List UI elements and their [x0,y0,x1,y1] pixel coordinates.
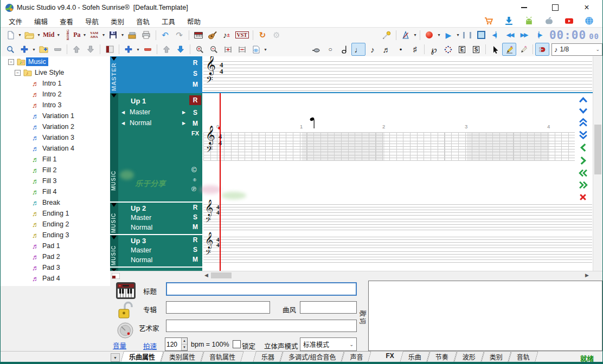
note-eighth-button[interactable]: ♪ [365,43,380,56]
open-korg-button[interactable]: KORGPa [61,29,82,42]
note-breve-button[interactable] [309,43,323,56]
remove-category-button[interactable] [50,43,65,56]
track-mode[interactable]: Normal [131,256,152,264]
title-input[interactable] [166,282,357,296]
note-whole-button[interactable]: ○ [323,43,337,56]
track-name[interactable]: Up 2 [131,204,146,212]
collapse-staff-button[interactable] [235,43,249,56]
tree-item[interactable]: ♬ Pad 1 [1,240,110,251]
new-file-dropdown[interactable]: ▾ [17,32,22,37]
track-up-button[interactable] [159,43,174,56]
print-button[interactable] [139,29,153,42]
track-name[interactable]: Up 3 [131,237,146,245]
note-half-button[interactable] [337,43,351,56]
tree-item[interactable]: ♬ Fill 3 [1,176,110,186]
album-input[interactable] [166,301,270,314]
stop-button[interactable] [474,29,489,42]
view-options-button[interactable] [249,43,263,56]
save-dropdown[interactable]: ▾ [120,32,125,37]
menu-item[interactable]: 音轨 [130,16,156,27]
zoom-in-button[interactable] [193,43,207,56]
volume-link[interactable]: 音量 [113,340,126,350]
tempo-down-button[interactable]: ▼ [182,344,187,351]
refresh-button[interactable]: ↻ [255,29,270,42]
next-track-header-partial[interactable] [110,266,202,271]
add-track-dropdown[interactable]: ▾ [136,47,140,52]
track-down-button[interactable] [174,43,188,56]
panel-layout-button[interactable] [102,43,117,56]
maximize-button[interactable] [540,0,571,15]
horizontal-scrollbar-thumb[interactable] [211,272,232,278]
open-midi-button[interactable]: Mid [41,29,56,42]
tree-item-live-style[interactable]: − ♪ Live Style [1,67,110,78]
pause-button[interactable] [460,29,474,42]
transpose-note-button[interactable]: ♪± [220,29,234,42]
expand-staff-button[interactable] [221,43,235,56]
tempo-spinner[interactable]: ▲▼ [165,337,188,351]
collapse-expander[interactable]: − [15,70,21,76]
vertical-scrollbar[interactable] [593,56,602,271]
bottom-tab[interactable]: 波形 [456,351,483,362]
close-button[interactable]: × [571,0,602,15]
add-category-dropdown[interactable]: ▾ [31,47,36,52]
tempo-input[interactable] [165,338,181,350]
export-audio-icon[interactable] [125,29,139,42]
page-right-icon[interactable] [579,181,588,189]
track-mode[interactable]: Normal [131,224,152,231]
bottom-tab[interactable]: 音轨属性 [202,351,242,362]
settings-gear-icon[interactable]: ⚙ [270,29,284,42]
up3-record-button[interactable]: R [189,236,201,244]
bottom-tab[interactable]: 乐器 [254,351,281,362]
accidental-sharp-button[interactable]: ♯ [408,43,422,56]
arpeggio-star-button[interactable] [441,43,455,56]
tree-item[interactable]: ♬ Pad 4 [1,273,110,284]
tree-item[interactable]: ♬ Break [1,197,110,208]
minimize-button[interactable] [508,0,540,15]
pencil-draw-button[interactable] [502,43,516,56]
master-record-button[interactable]: R [189,59,201,67]
unlock-icon[interactable] [118,301,134,321]
step-back-button[interactable]: ◀▏ [489,29,503,42]
microphone-button[interactable] [380,29,394,42]
bottom-tab[interactable]: 乐曲属性 [122,351,162,362]
tab-scroll-button[interactable]: ▼ [111,353,120,362]
guitar-button[interactable] [206,29,220,42]
zoom-out-button[interactable] [207,43,221,56]
track-source[interactable]: Master [131,214,151,222]
note-quarter-button[interactable]: ♩ [351,43,365,56]
vst-plugins-button[interactable]: VST [234,29,251,42]
track-name[interactable]: Up 1 [131,97,146,105]
note-dot-button[interactable]: • [394,43,408,56]
master-solo-button[interactable]: S [189,70,201,77]
tree-item[interactable]: ♬ Intro 1 [1,78,110,89]
master-score-canvas[interactable]: 𝄞 4 4 𝄢 [203,56,592,92]
select-cursor-button[interactable] [488,43,502,56]
bottom-tab[interactable]: 节奏 [428,351,456,362]
tempo-lock-checkbox[interactable] [233,340,241,348]
track-mini-icon[interactable] [112,273,120,279]
open-yamaha-button[interactable]: YAMAHA [87,29,101,42]
tree-item[interactable]: ♬ Intro 3 [1,100,110,110]
play-button[interactable]: ▶ [441,29,456,42]
up1-record-button[interactable]: R [189,95,201,105]
tree-item[interactable]: ♬ Ending 3 [1,230,110,240]
tree-item-music-root[interactable]: − ♪♪ Music [1,56,110,67]
master-mute-button[interactable]: M [189,81,201,88]
next-mode-arrow[interactable]: ▶ [182,121,185,126]
snap-resolution-select[interactable]: ♪ 1/8 ⌄ [551,43,602,56]
up1-score-canvas[interactable]: 0 1 2 3 4 𝄞 4 4 𝄢 [203,93,592,202]
metronome-dropdown[interactable]: ▾ [413,32,418,37]
collapse-triangle-icon[interactable] [111,94,117,98]
bottom-tab[interactable]: 多调式/组合音色 [281,351,343,362]
phonogram-icon[interactable]: ℗ [191,185,196,193]
stereo-mode-select[interactable]: 标准模式 ⌄ [300,337,357,351]
tree-item[interactable]: ♬ Variation 1 [1,110,110,121]
metronome-button[interactable] [399,29,413,42]
bottom-tab[interactable]: 声音 [343,351,370,362]
undo-button[interactable]: ↶ [158,29,172,42]
up3-solo-button[interactable]: S [189,246,201,253]
tree-item[interactable]: ♬ Ending 2 [1,219,110,230]
track-source[interactable]: Master [131,246,151,254]
new-file-button[interactable] [3,29,17,42]
collapse-triangle-icon[interactable] [111,203,117,207]
